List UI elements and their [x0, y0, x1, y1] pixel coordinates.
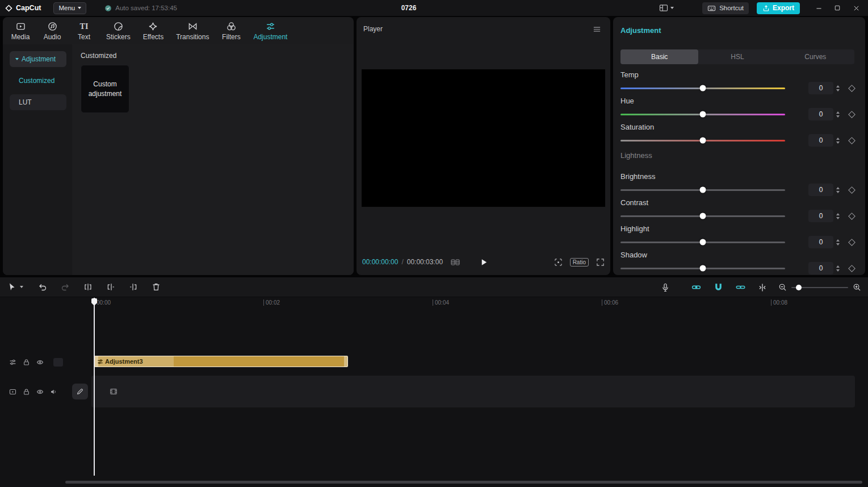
section-title: Customized	[81, 52, 354, 60]
lock-icon[interactable]	[23, 359, 30, 366]
saturation-value-input[interactable]: 0	[808, 134, 833, 147]
delete-right-icon[interactable]	[129, 282, 138, 292]
hue-value-input[interactable]: 0	[808, 108, 833, 120]
zoom-out-icon[interactable]	[778, 283, 787, 292]
keyframe-icon[interactable]	[848, 239, 856, 246]
clip-label: Adjustment3	[105, 358, 143, 365]
link-clips-icon[interactable]	[736, 282, 745, 292]
tab-adjustment[interactable]: Adjustment	[253, 21, 287, 44]
delete-left-icon[interactable]	[106, 282, 115, 292]
redo-icon[interactable]	[61, 282, 70, 292]
select-tool-icon[interactable]	[7, 282, 16, 292]
export-button[interactable]: Export	[757, 2, 800, 14]
temp-stepper[interactable]	[836, 85, 840, 91]
tab-filters[interactable]: Filters	[221, 21, 241, 44]
slider-thumb[interactable]	[700, 138, 706, 144]
brightness-slider[interactable]	[620, 189, 785, 191]
eye-icon[interactable]	[36, 388, 44, 396]
auto-snap-icon[interactable]	[714, 282, 723, 292]
player-controls: 00:00:00:00 / 00:00:03:00 Rati	[357, 256, 610, 268]
highlight-slider[interactable]	[620, 242, 785, 243]
slider-thumb[interactable]	[700, 213, 706, 219]
lock-icon[interactable]	[23, 388, 30, 396]
contrast-slider[interactable]	[620, 215, 785, 217]
delete-icon[interactable]	[152, 282, 161, 292]
contrast-value-input[interactable]: 0	[808, 210, 833, 222]
tab-audio[interactable]: Audio	[43, 21, 62, 44]
clip-trim-handle-right[interactable]	[344, 356, 347, 367]
slider-thumb[interactable]	[700, 111, 706, 118]
slider-thumb[interactable]	[700, 239, 706, 245]
timeline-horizontal-scrollbar[interactable]	[65, 481, 862, 484]
tab-media[interactable]: Media	[11, 21, 30, 44]
timeline-zoom-slider[interactable]	[791, 287, 848, 288]
chevron-down-icon[interactable]	[20, 286, 23, 288]
shortcut-button[interactable]: Shortcut	[702, 2, 749, 14]
zoom-in-icon[interactable]	[853, 283, 861, 292]
shadow-stepper[interactable]	[836, 265, 840, 272]
main-track-magnet-icon[interactable]	[691, 282, 701, 292]
tab-hsl[interactable]: HSL	[698, 49, 776, 64]
workspace-layout-button[interactable]	[659, 3, 674, 13]
keyframe-icon[interactable]	[848, 137, 856, 144]
sidebar-item-lut[interactable]: LUT	[10, 94, 66, 110]
tab-basic[interactable]: Basic	[620, 49, 698, 64]
titlebar: CapCut Menu Auto saved: 17:53:45 0726	[0, 0, 868, 16]
sidebar-item-adjustment[interactable]: Adjustment	[10, 51, 66, 67]
slider-thumb[interactable]	[700, 187, 706, 193]
player-menu-icon[interactable]	[593, 25, 601, 34]
saturation-stepper[interactable]	[836, 138, 840, 144]
sidebar-item-customized[interactable]: Customized	[19, 75, 72, 86]
hue-stepper[interactable]	[836, 111, 840, 118]
custom-adjustment-card[interactable]: Custom adjustment	[81, 65, 129, 113]
highlight-value-input[interactable]: 0	[808, 236, 833, 248]
tab-effects[interactable]: Effects	[143, 21, 163, 44]
frame-preview-icon[interactable]	[451, 257, 460, 267]
menu-button[interactable]: Menu	[53, 2, 86, 14]
shadow-value-input[interactable]: 0	[808, 262, 833, 274]
video-preview[interactable]	[362, 69, 605, 207]
play-button[interactable]	[479, 258, 488, 267]
video-track-icon	[9, 388, 16, 396]
tab-text[interactable]: TI Text	[74, 21, 94, 44]
main-video-track[interactable]	[91, 376, 855, 407]
fullscreen-icon[interactable]	[596, 258, 605, 267]
slider-thumb[interactable]	[700, 265, 706, 272]
close-button[interactable]	[849, 2, 863, 14]
keyboard-icon	[707, 4, 716, 13]
capcut-logo-icon	[5, 4, 13, 13]
undo-icon[interactable]	[38, 282, 47, 292]
saturation-slider[interactable]	[620, 140, 785, 141]
edit-cover-button[interactable]	[72, 384, 88, 399]
adjustment-icon	[266, 21, 275, 31]
eye-icon[interactable]	[36, 359, 44, 366]
temp-slider[interactable]	[620, 88, 785, 89]
tab-transitions[interactable]: Transitions	[176, 21, 209, 44]
mute-icon[interactable]	[50, 388, 57, 396]
split-clip-icon[interactable]	[83, 282, 93, 292]
tab-curves[interactable]: Curves	[777, 49, 854, 64]
minimize-button[interactable]	[811, 2, 826, 14]
keyframe-icon[interactable]	[848, 85, 856, 92]
temp-value-input[interactable]: 0	[808, 82, 833, 94]
keyframe-icon[interactable]	[848, 111, 856, 118]
timeline-tracks-area[interactable]: 00:00 00:02 00:04 00:06 00:08	[0, 298, 868, 487]
slider-thumb[interactable]	[796, 285, 802, 290]
preview-axis-icon[interactable]	[758, 283, 767, 292]
brightness-stepper[interactable]	[836, 187, 840, 193]
clip-adjustment3[interactable]: Adjustment3	[94, 356, 348, 367]
focus-icon[interactable]	[554, 258, 563, 267]
keyframe-icon[interactable]	[848, 186, 856, 194]
keyframe-icon[interactable]	[848, 213, 856, 220]
contrast-stepper[interactable]	[836, 213, 840, 219]
keyframe-icon[interactable]	[848, 265, 856, 272]
slider-thumb[interactable]	[700, 85, 706, 91]
shadow-slider[interactable]	[620, 268, 785, 269]
record-voiceover-icon[interactable]	[661, 283, 670, 292]
highlight-stepper[interactable]	[836, 239, 840, 245]
tab-stickers[interactable]: Stickers	[106, 21, 131, 44]
ratio-button[interactable]: Ratio	[570, 258, 589, 267]
maximize-button[interactable]	[830, 2, 845, 14]
brightness-value-input[interactable]: 0	[808, 184, 833, 196]
hue-slider[interactable]	[620, 114, 785, 115]
